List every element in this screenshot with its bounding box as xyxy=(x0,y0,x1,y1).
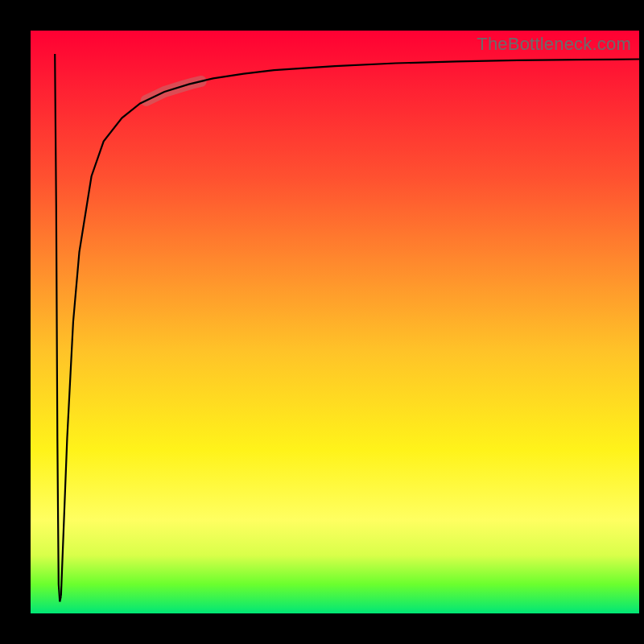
plot-area: TheBottleneck.com xyxy=(31,31,639,613)
curve-svg xyxy=(31,31,639,613)
highlight-band xyxy=(147,81,201,101)
recovery-line xyxy=(61,60,639,597)
downstroke-line xyxy=(55,54,61,602)
chart-frame: TheBottleneck.com xyxy=(0,0,644,644)
